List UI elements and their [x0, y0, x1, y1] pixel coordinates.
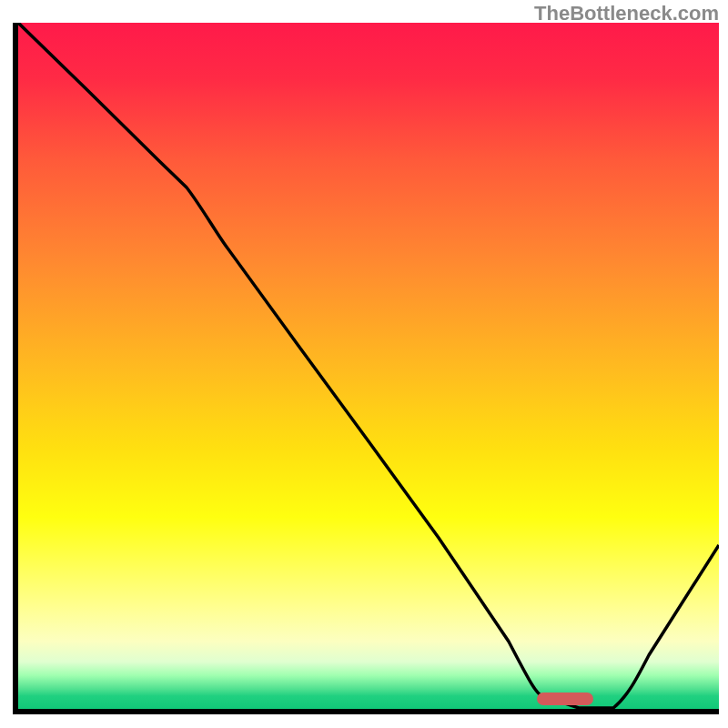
chart-container: TheBottleneck.com [0, 0, 728, 728]
plot-area [18, 23, 719, 710]
optimal-marker [537, 693, 593, 705]
bottleneck-curve-line [18, 23, 719, 708]
watermark-text: TheBottleneck.com [534, 2, 719, 25]
curve-svg [18, 23, 719, 710]
x-axis [13, 709, 719, 714]
y-axis [13, 23, 18, 714]
